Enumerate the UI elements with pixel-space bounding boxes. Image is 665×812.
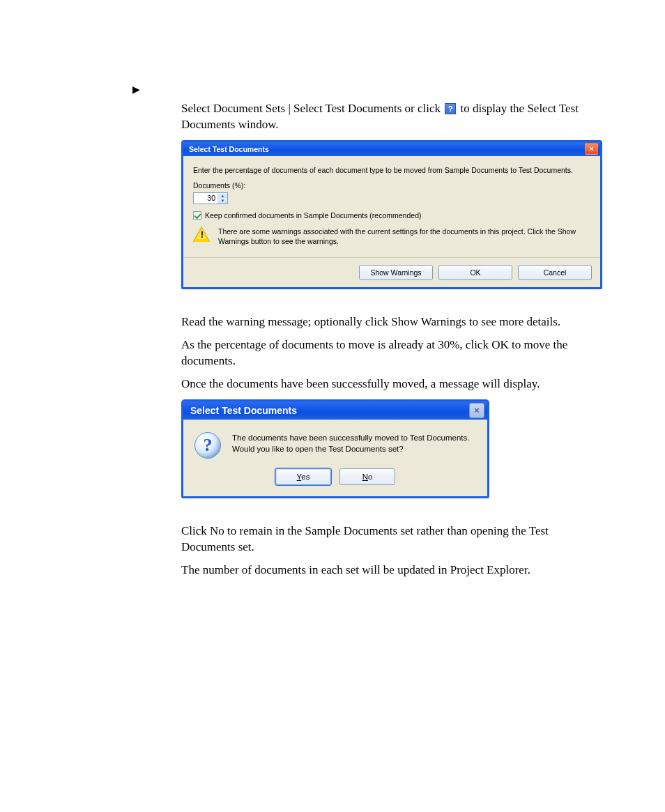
show-warnings-button[interactable]: Show Warnings: [359, 265, 433, 280]
no-button[interactable]: No: [339, 468, 395, 485]
help-icon: [445, 103, 456, 114]
message-line1: The documents have been successfully mov…: [232, 434, 470, 442]
message-line2: Would you like to open the Test Document…: [232, 445, 404, 453]
percent-label: Documents (%):: [193, 181, 590, 190]
percent-value[interactable]: 30: [194, 193, 217, 204]
keep-confirmed-label: Keep confirmed documents in Sample Docum…: [205, 211, 421, 220]
keep-confirmed-checkbox[interactable]: [193, 211, 201, 220]
paragraph-1a: Select Document Sets | Select Test Docum…: [181, 102, 443, 115]
yes-button[interactable]: Yes: [275, 468, 331, 485]
success-message-dialog: Select Test Documents × ? The documents …: [181, 399, 489, 498]
dialog-titlebar[interactable]: Select Test Documents ×: [183, 142, 600, 156]
close-icon[interactable]: ×: [585, 143, 598, 155]
message-text: The documents have been successfully mov…: [232, 432, 473, 454]
warning-text: There are some warnings associated with …: [218, 227, 590, 246]
select-test-documents-dialog: Select Test Documents × Enter the percen…: [181, 140, 602, 289]
message-title: Select Test Documents: [190, 405, 469, 416]
cancel-button[interactable]: Cancel: [518, 265, 592, 280]
question-icon: ?: [194, 432, 221, 459]
dialog-instruction: Enter the percentage of documents of eac…: [193, 166, 590, 174]
paragraph-2: Read the warning message; optionally cli…: [181, 314, 602, 330]
paragraph-6: The number of documents in each set will…: [181, 562, 602, 579]
paragraph-3: As the percentage of documents to move i…: [181, 337, 602, 369]
warning-icon: !: [193, 227, 211, 243]
percent-spinner[interactable]: 30 ▲ ▼: [193, 192, 228, 204]
ok-button[interactable]: OK: [438, 265, 512, 280]
message-titlebar[interactable]: Select Test Documents ×: [183, 401, 487, 420]
dialog-title: Select Test Documents: [189, 145, 585, 153]
step-marker: ▶: [132, 84, 602, 95]
paragraph-5: Click No to remain in the Sample Documen…: [181, 523, 602, 556]
paragraph-1: Select Document Sets | Select Test Docum…: [181, 101, 602, 133]
paragraph-4: Once the documents have been successfull…: [181, 376, 602, 392]
spinner-up-icon[interactable]: ▲: [218, 193, 227, 199]
spinner-down-icon[interactable]: ▼: [218, 198, 227, 204]
close-icon[interactable]: ×: [469, 403, 484, 418]
